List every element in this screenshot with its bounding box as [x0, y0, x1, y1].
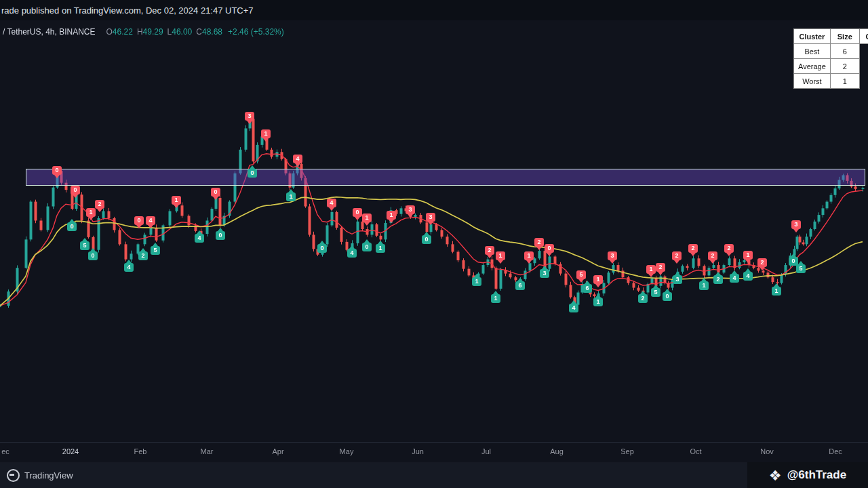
signal-marker-red[interactable]: 1: [172, 196, 181, 205]
signal-marker-red[interactable]: 2: [672, 251, 682, 260]
open-value: 46.22: [113, 27, 133, 37]
table-row: Average 2: [794, 59, 868, 74]
change-value: +2.46 (+5.32%): [228, 27, 284, 37]
signal-marker-teal[interactable]: 4: [347, 249, 357, 258]
signal-marker-teal[interactable]: 4: [730, 274, 739, 283]
signal-marker-teal[interactable]: 1: [593, 298, 603, 306]
signal-marker-red[interactable]: 2: [688, 244, 698, 253]
signal-marker-teal[interactable]: 0: [422, 235, 431, 244]
price-chart-canvas[interactable]: [0, 0, 868, 488]
signal-marker-red[interactable]: 3: [608, 251, 617, 260]
signal-marker-teal[interactable]: 5: [151, 246, 160, 255]
publish-text: rade published on TradingView.com, Dec 0…: [1, 5, 254, 16]
center-header: Cent: [859, 29, 868, 44]
table-row: Best 6: [794, 44, 868, 59]
x-axis-label: Jun: [412, 447, 424, 455]
signal-marker-red[interactable]: 0: [71, 186, 80, 195]
signal-marker-teal[interactable]: 1: [376, 244, 385, 253]
signal-marker-teal[interactable]: 0: [216, 231, 225, 240]
signal-marker-red[interactable]: 1: [387, 211, 396, 220]
signal-marker-teal[interactable]: 2: [713, 275, 723, 284]
signal-marker-red[interactable]: 3: [791, 220, 801, 229]
row-center-clipped: [859, 44, 868, 59]
high-value: 49.29: [143, 27, 163, 37]
author-watermark[interactable]: ❖ @6thTrade: [747, 462, 868, 488]
signal-marker-teal[interactable]: 3: [673, 275, 682, 284]
signal-marker-teal[interactable]: 5: [651, 288, 660, 297]
symbol-legend: / TetherUS, 4h, BINANCEO46.22H49.29L46.0…: [3, 27, 284, 37]
signal-marker-teal[interactable]: 2: [138, 251, 148, 260]
symbol-name[interactable]: / TetherUS, 4h, BINANCE: [3, 27, 96, 37]
signal-marker-teal[interactable]: 0: [663, 292, 672, 301]
row-size: 1: [830, 74, 859, 89]
signal-marker-red[interactable]: 1: [646, 265, 656, 274]
signal-marker-teal[interactable]: 1: [699, 281, 709, 290]
x-axis-label: Dec: [829, 447, 842, 455]
tradingview-attribution[interactable]: TradingView: [7, 462, 73, 488]
signal-marker-teal[interactable]: 0: [67, 222, 77, 231]
signal-marker-red[interactable]: 0: [545, 244, 554, 253]
signal-marker-red[interactable]: 2: [757, 258, 767, 267]
row-label: Best: [794, 44, 831, 59]
signal-marker-red[interactable]: 1: [86, 208, 96, 217]
size-header: Size: [830, 29, 859, 44]
cluster-table: Cluster Size Cent Best 6 Average 2 Worst…: [793, 28, 868, 89]
signal-marker-red[interactable]: 2: [534, 238, 544, 247]
x-axis-label: May: [340, 447, 354, 455]
signal-marker-red[interactable]: 2: [485, 246, 494, 255]
signal-marker-red[interactable]: 2: [708, 251, 717, 260]
row-size: 6: [830, 44, 859, 59]
signal-marker-red[interactable]: 2: [95, 200, 104, 209]
signal-marker-teal[interactable]: 4: [743, 272, 753, 281]
time-axis[interactable]: ec2024FebMarAprMayJunJulAugSepOctNovDec: [0, 442, 868, 463]
signal-marker-red[interactable]: 0: [211, 188, 220, 197]
tradingview-label: TradingView: [24, 470, 73, 481]
table-row: Worst 1: [794, 74, 868, 89]
signal-marker-red[interactable]: 1: [362, 214, 372, 222]
signal-marker-red[interactable]: 0: [134, 216, 144, 225]
signal-marker-red[interactable]: 4: [293, 155, 302, 163]
signal-marker-red[interactable]: 0: [353, 208, 362, 217]
x-axis-label: Sep: [620, 447, 634, 455]
signal-marker-teal[interactable]: 0: [248, 169, 257, 178]
signal-marker-red[interactable]: 1: [261, 129, 271, 138]
low-value: 46.00: [172, 27, 192, 37]
open-label: O: [106, 27, 113, 37]
signal-marker-teal[interactable]: 4: [569, 304, 578, 312]
signal-marker-teal[interactable]: 2: [638, 294, 648, 303]
signal-marker-teal[interactable]: 1: [491, 294, 500, 303]
signal-marker-teal[interactable]: 6: [583, 284, 592, 293]
signal-marker-red[interactable]: 1: [593, 275, 603, 284]
signal-marker-teal[interactable]: 3: [540, 269, 549, 278]
signal-marker-red[interactable]: 3: [406, 205, 415, 214]
signal-marker-red[interactable]: 2: [724, 244, 734, 253]
signal-marker-teal[interactable]: 0: [362, 243, 372, 251]
row-center-clipped: [859, 74, 868, 89]
signal-marker-teal[interactable]: 0: [317, 244, 327, 253]
signal-marker-teal[interactable]: 1: [772, 287, 781, 296]
signal-marker-red[interactable]: 3: [426, 213, 435, 222]
signal-marker-teal[interactable]: 6: [515, 281, 525, 290]
price-resistance-band[interactable]: [26, 169, 865, 186]
signal-marker-teal[interactable]: 4: [124, 263, 134, 272]
signal-marker-red[interactable]: 1: [743, 251, 753, 260]
signal-marker-red[interactable]: 2: [656, 263, 665, 272]
signal-marker-red[interactable]: 5: [576, 270, 586, 279]
signal-marker-red[interactable]: 3: [245, 112, 254, 121]
footer-bar: TradingView ❖ @6thTrade: [0, 462, 868, 488]
signal-marker-teal[interactable]: 4: [195, 234, 204, 243]
row-size: 2: [830, 59, 859, 74]
signal-marker-red[interactable]: 4: [327, 199, 336, 207]
signal-marker-red[interactable]: 0: [52, 166, 62, 175]
signal-marker-teal[interactable]: 1: [472, 277, 481, 286]
signal-marker-teal[interactable]: 5: [796, 264, 806, 273]
signal-marker-red[interactable]: 1: [524, 251, 534, 260]
signal-marker-red[interactable]: 4: [146, 216, 155, 225]
high-label: H: [137, 27, 143, 37]
signal-marker-red[interactable]: 1: [496, 251, 505, 260]
signal-marker-teal[interactable]: 5: [80, 241, 90, 250]
row-label: Average: [794, 59, 831, 74]
tradingview-logo-icon: [7, 469, 20, 482]
signal-marker-teal[interactable]: 1: [286, 192, 296, 201]
signal-marker-teal[interactable]: 0: [88, 251, 98, 260]
